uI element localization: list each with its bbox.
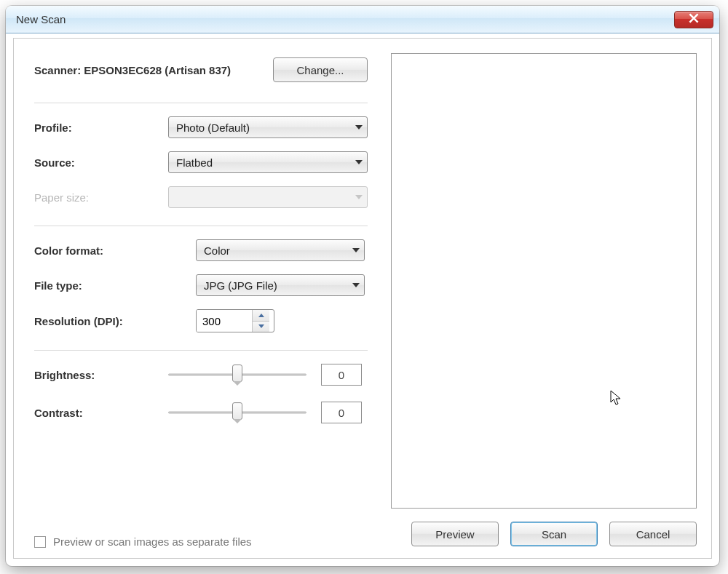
brightness-label: Brightness: — [34, 369, 168, 381]
settings-pane: Scanner: EPSON3EC628 (Artisan 837) Chang… — [14, 39, 385, 558]
separate-files-checkbox[interactable] — [34, 536, 46, 548]
preview-pane: Preview Scan Cancel — [385, 39, 711, 558]
paper-size-label: Paper size: — [34, 191, 168, 204]
color-format-select[interactable]: Color — [196, 239, 365, 261]
file-type-select[interactable]: JPG (JPG File) — [196, 274, 365, 296]
file-type-label: File type: — [34, 279, 196, 292]
close-button[interactable] — [674, 11, 713, 28]
spin-down-button[interactable] — [253, 322, 269, 332]
separator — [34, 103, 368, 103]
profile-label: Profile: — [34, 121, 168, 134]
slider-thumb[interactable] — [232, 402, 242, 420]
cancel-button[interactable]: Cancel — [609, 522, 697, 546]
chevron-down-icon — [352, 248, 360, 252]
chevron-down-icon — [355, 195, 363, 199]
contrast-label: Contrast: — [34, 407, 168, 419]
profile-select[interactable]: Photo (Default) — [168, 116, 368, 138]
resolution-label: Resolution (DPI): — [34, 315, 196, 327]
separate-files-label: Preview or scan images as separate files — [53, 535, 252, 548]
titlebar[interactable]: New Scan — [6, 6, 719, 33]
source-select[interactable]: Flatbed — [168, 151, 368, 173]
dialog-buttons: Preview Scan Cancel — [391, 509, 697, 546]
client-area: Scanner: EPSON3EC628 (Artisan 837) Chang… — [13, 38, 712, 559]
scan-button[interactable]: Scan — [510, 522, 598, 546]
resolution-input[interactable] — [197, 310, 252, 332]
source-value: Flatbed — [176, 156, 213, 169]
file-type-value: JPG (JPG File) — [204, 279, 277, 292]
separator — [34, 350, 368, 351]
paper-size-select — [168, 186, 368, 208]
chevron-down-icon — [352, 283, 360, 287]
cursor-icon — [610, 390, 623, 406]
resolution-spinner[interactable] — [196, 309, 274, 332]
window-title: New Scan — [16, 13, 674, 25]
scanner-label-prefix: Scanner: — [34, 64, 84, 76]
contrast-value: 0 — [321, 402, 362, 423]
brightness-slider[interactable] — [168, 364, 306, 385]
color-format-value: Color — [204, 244, 230, 257]
contrast-slider[interactable] — [168, 402, 306, 423]
chevron-up-icon — [258, 314, 264, 317]
slider-thumb[interactable] — [232, 364, 242, 382]
spin-buttons[interactable] — [252, 310, 269, 332]
dialog-window: New Scan Scanner: EPSON3EC628 (Artisan 8… — [6, 6, 719, 566]
spin-up-button[interactable] — [253, 310, 269, 322]
change-scanner-button[interactable]: Change... — [273, 57, 368, 82]
preview-button[interactable]: Preview — [411, 522, 499, 546]
close-icon — [689, 13, 699, 25]
brightness-value: 0 — [321, 364, 362, 386]
source-label: Source: — [34, 156, 168, 169]
scanner-label: Scanner: EPSON3EC628 (Artisan 837) — [34, 64, 260, 76]
separator — [34, 226, 368, 226]
chevron-down-icon — [355, 125, 363, 129]
preview-area[interactable] — [391, 53, 697, 509]
scanner-name: EPSON3EC628 (Artisan 837) — [84, 64, 231, 76]
color-format-label: Color format: — [34, 244, 196, 257]
chevron-down-icon — [355, 160, 363, 164]
chevron-down-icon — [258, 324, 264, 328]
profile-value: Photo (Default) — [176, 121, 250, 134]
